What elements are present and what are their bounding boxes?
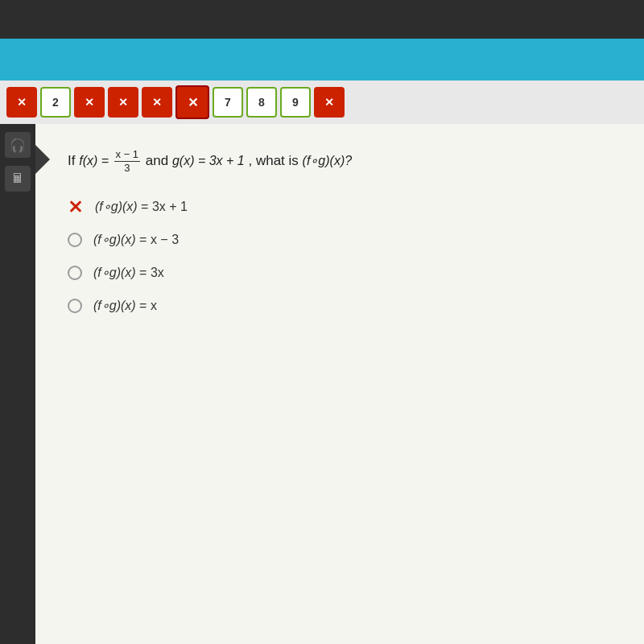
question-nav-btn-5[interactable]: ✕ <box>142 87 172 118</box>
question-nav-btn-7[interactable]: 7 <box>213 87 243 118</box>
question-nav-btn-10[interactable]: ✕ <box>314 87 345 118</box>
question-prefix: If <box>68 153 79 168</box>
answer-text-B: (f∘g)(x) = x − 3 <box>93 232 179 247</box>
question-nav-btn-6[interactable]: ✕ <box>175 85 209 119</box>
completed-banner <box>0 39 644 80</box>
fraction-numerator: x − 1 <box>114 148 141 162</box>
top-navigation <box>0 0 644 39</box>
question-suffix: , what is <box>248 153 302 168</box>
fog-question: (f∘g)(x)? <box>303 154 353 167</box>
answer-option-D[interactable]: (f∘g)(x) = x <box>68 298 612 313</box>
question-nav-btn-2[interactable]: 2 <box>40 87 71 118</box>
left-sidebar: 🎧 🖩 <box>0 124 35 644</box>
radio-circle[interactable] <box>68 233 82 247</box>
fx-fraction: x − 1 3 <box>114 148 141 174</box>
radio-circle[interactable] <box>68 299 82 313</box>
answer-options: (f∘g)(x) = 3x + 1(f∘g)(x) = x − 3(f∘g)(x… <box>68 198 612 313</box>
answer-option-B[interactable]: (f∘g)(x) = x − 3 <box>68 232 612 247</box>
question-nav-btn-1[interactable]: ✕ <box>6 87 37 118</box>
question-text: If f(x) = x − 1 3 and g(x) = 3x + 1 , wh… <box>68 148 612 174</box>
question-content: If f(x) = x − 1 3 and g(x) = 3x + 1 , wh… <box>35 124 644 644</box>
main-area: 🎧 🖩 If f(x) = x − 1 3 and g(x) = 3x + 1 … <box>0 124 644 644</box>
question-nav-btn-8[interactable]: 8 <box>246 87 277 118</box>
answer-option-C[interactable]: (f∘g)(x) = 3x <box>68 265 612 280</box>
fx-notation: f(x) = <box>79 154 112 167</box>
radio-circle[interactable] <box>68 266 82 280</box>
answer-text-D: (f∘g)(x) = x <box>93 298 157 313</box>
answer-option-A[interactable]: (f∘g)(x) = 3x + 1 <box>68 198 612 214</box>
answer-text-C: (f∘g)(x) = 3x <box>93 265 164 280</box>
sidebar-icon-calc[interactable]: 🖩 <box>5 166 31 192</box>
fraction-denominator: 3 <box>122 162 131 175</box>
sidebar-icon-headphone[interactable]: 🎧 <box>5 132 31 158</box>
answer-text-A: (f∘g)(x) = 3x + 1 <box>95 199 188 214</box>
sidebar-arrow <box>35 145 50 174</box>
question-nav-btn-3[interactable]: ✕ <box>74 87 105 118</box>
gx-notation: g(x) = 3x + 1 <box>172 154 245 167</box>
wrong-marker <box>68 198 84 214</box>
question-nav-btn-9[interactable]: 9 <box>280 87 311 118</box>
question-navigation-bar: ✕2✕✕✕✕789✕ <box>0 80 644 124</box>
question-nav-btn-4[interactable]: ✕ <box>108 87 138 118</box>
question-middle: and <box>146 153 172 168</box>
question-nav-buttons: ✕2✕✕✕✕789✕ <box>6 85 345 119</box>
